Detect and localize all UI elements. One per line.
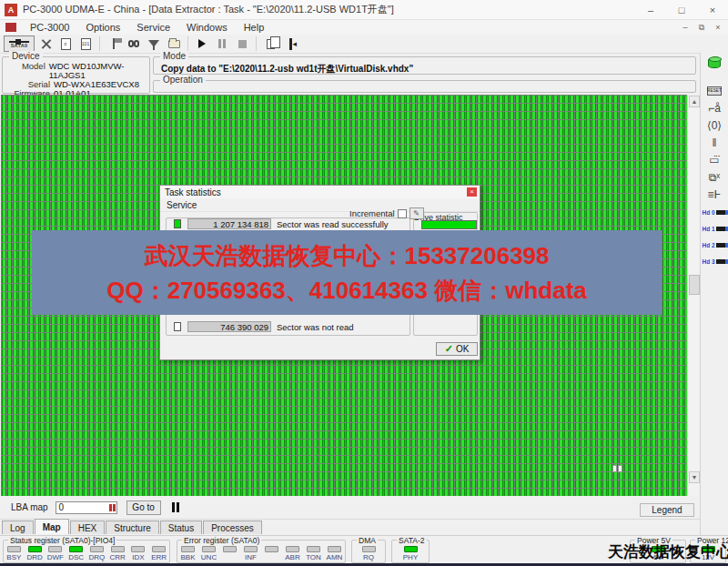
dialog-menu-service[interactable]: Service xyxy=(160,198,480,212)
connector-button[interactable]: ▭⃛ xyxy=(703,152,726,167)
sector-view-button[interactable]: 101 xyxy=(76,35,95,52)
status-led-drq: DRQ xyxy=(86,546,106,561)
toolbar-separator xyxy=(256,36,257,51)
led-indicator xyxy=(48,546,62,552)
recalibrate-button[interactable]: ⌐å xyxy=(703,100,726,116)
tab-processes[interactable]: Processes xyxy=(203,521,262,534)
pause-icon: ‖ xyxy=(713,137,717,148)
incremental-checkbox[interactable] xyxy=(398,209,407,218)
pause-button[interactable] xyxy=(213,35,231,52)
ok-button[interactable]: ✓ OK xyxy=(436,342,478,356)
lba-input[interactable]: 0 xyxy=(56,501,117,514)
search-button[interactable] xyxy=(125,35,143,52)
led-label: CRR xyxy=(109,553,125,561)
seek-zero-button[interactable]: ⟨0⟩ xyxy=(703,117,726,133)
head-3-button[interactable]: Hd 3 xyxy=(703,255,727,268)
tab-structure[interactable]: Structure xyxy=(106,521,159,534)
menu-service[interactable]: Service xyxy=(128,22,178,33)
led-indicator xyxy=(404,546,418,552)
not-read-count: 746 390 029 xyxy=(187,321,271,332)
start-button[interactable] xyxy=(193,35,211,52)
tools-icon xyxy=(40,38,52,50)
banner-line-1: 武汉天浩数据恢复中心：15337206398 xyxy=(144,241,549,270)
sata2-group: SATA-2 PHY xyxy=(391,540,430,563)
tab-log[interactable]: Log xyxy=(2,521,34,534)
led-label: INF xyxy=(245,553,257,561)
menu-help[interactable]: Help xyxy=(236,22,273,33)
dma-group: DMA RQ xyxy=(351,540,386,563)
head-2-button[interactable]: Hd 2 xyxy=(703,238,727,251)
not-read-color-swatch xyxy=(174,322,181,331)
maximize-button[interactable]: □ xyxy=(666,0,697,20)
status-led-blank xyxy=(220,546,240,561)
utility-tools-button[interactable] xyxy=(36,35,55,52)
dialog-close-button[interactable]: × xyxy=(467,187,477,197)
child-close-button[interactable]: × xyxy=(712,22,724,33)
menu-pc3000[interactable]: PC-3000 xyxy=(22,22,77,33)
menu-bar: PC-3000 Options Service Windows Help – ⧉… xyxy=(0,20,728,35)
scrollbar-thumb[interactable] xyxy=(689,275,700,295)
halt-button[interactable]: ‖ xyxy=(703,135,726,150)
map-scrollbar[interactable]: ▲ ▼ xyxy=(687,95,700,496)
status-led-dwf: DWF xyxy=(46,546,66,561)
toolbar-separator xyxy=(187,36,188,51)
led-label: PHY xyxy=(403,553,418,561)
tab-map[interactable]: Map xyxy=(35,519,69,534)
head-1-button[interactable]: Hd 1 xyxy=(703,222,727,235)
drive-statistic-bar xyxy=(421,220,477,229)
open-task-button[interactable] xyxy=(165,35,183,52)
menu-options[interactable]: Options xyxy=(77,22,128,33)
map-pause-icon[interactable] xyxy=(172,502,179,512)
lba-value: 0 xyxy=(59,502,65,512)
status-led-abr: ABR xyxy=(283,546,303,561)
pause-icon xyxy=(218,39,226,48)
stat-row-read-ok: 1 207 134 818 Sector was read successful… xyxy=(174,218,389,229)
child-minimize-button[interactable]: – xyxy=(679,22,692,33)
led-indicator xyxy=(28,546,42,552)
read-ok-color-swatch xyxy=(174,219,181,228)
led-indicator xyxy=(223,546,237,552)
dialog-title-bar[interactable]: Task statistics × xyxy=(160,186,480,198)
marker-button[interactable] xyxy=(105,35,123,52)
reset-button[interactable]: RESET xyxy=(703,83,726,98)
close-copies-button[interactable]: ⧉ˣ xyxy=(703,169,726,185)
lba-spinner[interactable] xyxy=(109,504,116,511)
device-panel-title: Device xyxy=(9,51,43,61)
play-icon xyxy=(198,39,206,48)
banner-line-2: QQ：270569363、410614363 微信：whdata xyxy=(106,276,587,305)
exit-task-button[interactable] xyxy=(281,35,299,52)
status-led-crr: CRR xyxy=(107,546,127,561)
close-button[interactable]: × xyxy=(697,0,728,20)
status-led-bbk: BBK xyxy=(178,546,198,561)
task-log-button[interactable]: ≡ xyxy=(56,35,75,52)
scroll-up-button[interactable]: ▲ xyxy=(689,96,700,107)
status-led-err: ERR xyxy=(149,546,169,561)
child-restore-button[interactable]: ⧉ xyxy=(695,22,708,33)
edit-increment-button[interactable]: ✎ xyxy=(410,207,424,219)
head-0-button[interactable]: Hd 0 xyxy=(703,206,727,218)
led-indicator xyxy=(307,546,320,552)
head-icon xyxy=(716,259,725,264)
led-label: ABR xyxy=(285,553,299,561)
led-label: TON xyxy=(306,553,321,561)
goto-button[interactable]: Go to xyxy=(126,500,161,515)
filter-button[interactable] xyxy=(145,35,163,52)
led-indicator xyxy=(7,546,21,552)
head-icon xyxy=(716,227,725,231)
tab-status[interactable]: Status xyxy=(160,521,202,534)
tab-hex[interactable]: HEX xyxy=(70,521,106,534)
menu-windows[interactable]: Windows xyxy=(178,22,236,33)
sata0-port-button[interactable]: SATA0 xyxy=(4,35,35,52)
operation-panel: Operation xyxy=(153,80,696,93)
status-led-drd: DRD xyxy=(25,546,45,561)
legend-button[interactable]: Legend xyxy=(640,503,694,517)
led-label: DRQ xyxy=(88,553,105,561)
led-label: BBK xyxy=(180,553,195,561)
bus-config-button[interactable]: ≡Ͱ xyxy=(703,187,726,202)
watermark-banner: 武汉天浩数据恢复中心：15337206398 QQ：270569363、4106… xyxy=(32,230,662,315)
scroll-down-button[interactable]: ▼ xyxy=(689,471,700,483)
drive-power-button[interactable] xyxy=(703,55,726,70)
minimize-button[interactable]: – xyxy=(635,0,666,20)
copy-task-button[interactable] xyxy=(261,35,279,52)
stop-button[interactable] xyxy=(233,35,251,52)
